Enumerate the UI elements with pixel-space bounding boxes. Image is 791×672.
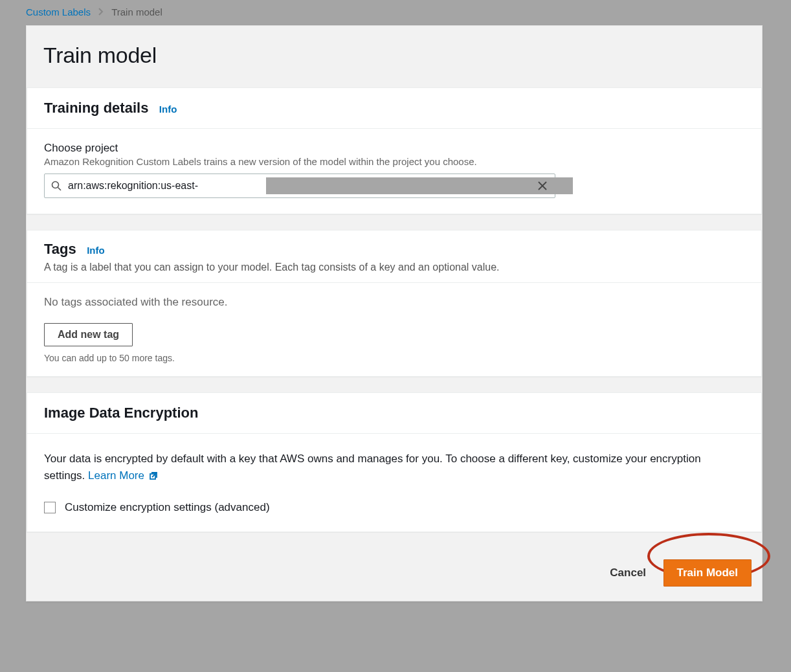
panel-tags: Tags Info A tag is a label that you can … (27, 230, 762, 377)
panel-body-tags: No tags associated with the resource. Ad… (27, 283, 761, 376)
svg-line-1 (58, 188, 61, 191)
learn-more-link[interactable]: Learn More (88, 469, 159, 482)
page-title: Train model (43, 43, 745, 68)
add-tag-button[interactable]: Add new tag (44, 323, 133, 346)
panel-encryption: Image Data Encryption Your data is encry… (27, 392, 762, 532)
panel-body-training-details: Choose project Amazon Rekognition Custom… (27, 129, 761, 214)
redacted-region (266, 177, 573, 194)
panel-body-encryption: Your data is encrypted by default with a… (27, 434, 761, 532)
heading-encryption: Image Data Encryption (44, 405, 198, 421)
search-icon (45, 181, 68, 191)
panel-header-training-details: Training details Info (27, 88, 761, 129)
hint-choose-project: Amazon Rekognition Custom Labels trains … (44, 156, 744, 167)
tags-limit-hint: You can add up to 50 more tags. (44, 353, 744, 363)
clear-icon[interactable] (530, 174, 555, 197)
breadcrumb-root-link[interactable]: Custom Labels (26, 6, 91, 17)
panel-header-encryption: Image Data Encryption (27, 393, 761, 434)
customize-encryption-label[interactable]: Customize encryption settings (advanced) (65, 499, 270, 516)
description-tags: A tag is a label that you can assign to … (44, 258, 744, 273)
page-header: Train model (27, 26, 762, 87)
project-select-combobox[interactable] (44, 174, 555, 198)
train-model-button[interactable]: Train Model (663, 559, 752, 587)
chevron-right-icon (98, 7, 104, 17)
info-link-training-details[interactable]: Info (159, 104, 177, 115)
external-link-icon (149, 469, 159, 486)
heading-training-details: Training details (44, 100, 148, 116)
svg-point-0 (52, 182, 59, 188)
info-link-tags[interactable]: Info (87, 245, 105, 256)
cancel-button[interactable]: Cancel (610, 566, 646, 579)
breadcrumb: Custom Labels Train model (0, 0, 791, 25)
panel-header-tags: Tags Info A tag is a label that you can … (27, 230, 761, 283)
tags-empty-text: No tags associated with the resource. (44, 296, 744, 309)
footer-actions: Cancel Train Model (27, 548, 762, 601)
learn-more-text: Learn More (88, 469, 144, 482)
page-container: Train model Training details Info Choose… (26, 25, 763, 601)
customize-encryption-checkbox[interactable] (44, 502, 56, 513)
panel-training-details: Training details Info Choose project Ama… (27, 87, 762, 214)
label-choose-project: Choose project (44, 142, 744, 155)
breadcrumb-current: Train model (111, 6, 162, 17)
heading-tags: Tags (44, 241, 76, 257)
